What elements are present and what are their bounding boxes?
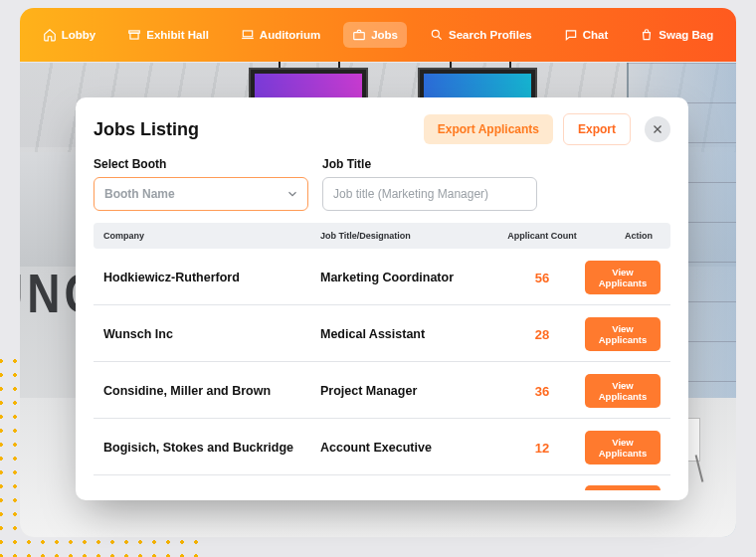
svg-rect-2 <box>243 31 252 37</box>
cell-count: 36 <box>499 384 585 399</box>
booth-icon <box>127 28 141 42</box>
cell-count: 56 <box>499 271 585 285</box>
booth-select-placeholder: Booth Name <box>104 187 175 201</box>
nav-search-profiles[interactable]: Search Profiles <box>421 22 541 48</box>
nav-label: Exhibit Hall <box>146 29 209 41</box>
col-title: Job Title/Designation <box>320 231 499 241</box>
cell-company: Bogisich, Stokes and Buckridge <box>103 441 320 455</box>
nav-exhibit-hall[interactable]: Exhibit Hall <box>118 22 218 48</box>
nav-label: Search Profiles <box>449 29 532 41</box>
modal-title: Jobs Listing <box>94 119 414 140</box>
col-count: Applicant Count <box>499 231 585 241</box>
col-company: Company <box>103 231 320 241</box>
cell-title: Medical Assistant <box>320 327 499 341</box>
nav-label: Jobs <box>371 29 398 41</box>
export-applicants-button[interactable]: Export Applicants <box>424 114 553 144</box>
cell-company: Hodkiewicz-Rutherford <box>103 271 320 284</box>
nav-label: Lobby <box>62 29 96 41</box>
cell-company: Wunsch Inc <box>103 327 320 341</box>
cell-title: Account Executive <box>320 441 499 455</box>
close-button[interactable] <box>645 116 670 142</box>
briefcase-icon <box>352 28 366 42</box>
nav-chat[interactable]: Chat <box>555 22 618 48</box>
top-nav: Lobby Exhibit Hall Auditorium Jobs Searc… <box>20 8 736 62</box>
view-applicants-button[interactable]: View Applicants <box>585 374 661 408</box>
jobs-listing-modal: Jobs Listing Export Applicants Export Se… <box>76 97 688 500</box>
table-row: Wunsch Inc Medical Assistant 28 View App… <box>94 305 670 362</box>
nav-jobs[interactable]: Jobs <box>343 22 407 48</box>
close-icon <box>652 123 663 135</box>
home-icon <box>43 28 57 42</box>
chevron-down-icon <box>285 187 299 201</box>
svg-rect-3 <box>354 33 365 40</box>
view-applicants-button[interactable]: View Applicants <box>585 261 661 294</box>
table-row: Bogisich, Stokes and Buckridge Account E… <box>94 419 670 475</box>
job-title-input[interactable] <box>322 177 537 211</box>
nav-label: Swag Bag <box>659 29 713 41</box>
booth-select[interactable]: Booth Name <box>94 177 308 211</box>
laptop-icon <box>241 28 255 42</box>
cell-count: 12 <box>499 441 585 456</box>
view-applicants-button[interactable]: View Applicants <box>585 485 661 490</box>
nav-auditorium[interactable]: Auditorium <box>232 22 329 48</box>
cell-title: Project Manager <box>320 384 499 398</box>
view-applicants-button[interactable]: View Applicants <box>585 317 661 351</box>
bag-icon <box>640 28 654 42</box>
booth-filter-label: Select Booth <box>94 157 308 171</box>
table-body: Hodkiewicz-Rutherford Marketing Coordina… <box>94 249 670 490</box>
nav-label: Auditorium <box>260 29 320 41</box>
view-applicants-button[interactable]: View Applicants <box>585 431 661 464</box>
nav-lobby[interactable]: Lobby <box>34 22 105 48</box>
col-action: Action <box>585 231 661 241</box>
cell-count: 28 <box>499 327 585 342</box>
export-button[interactable]: Export <box>563 113 631 145</box>
nav-label: Chat <box>583 29 609 41</box>
cell-company: Considine, Miller and Brown <box>103 384 320 398</box>
nav-swag-bag[interactable]: Swag Bag <box>631 22 722 48</box>
table-header: Company Job Title/Designation Applicant … <box>94 223 670 249</box>
table-row: Batz, Adams and Kling UX Designer & UI D… <box>94 475 670 490</box>
cell-title: Marketing Coordinator <box>320 271 499 284</box>
job-title-filter-label: Job Title <box>322 157 537 171</box>
svg-point-4 <box>432 30 439 37</box>
table-row: Hodkiewicz-Rutherford Marketing Coordina… <box>94 249 670 305</box>
table-row: Considine, Miller and Brown Project Mana… <box>94 362 670 419</box>
search-icon <box>430 28 444 42</box>
svg-rect-1 <box>130 33 138 39</box>
chat-icon <box>564 28 578 42</box>
